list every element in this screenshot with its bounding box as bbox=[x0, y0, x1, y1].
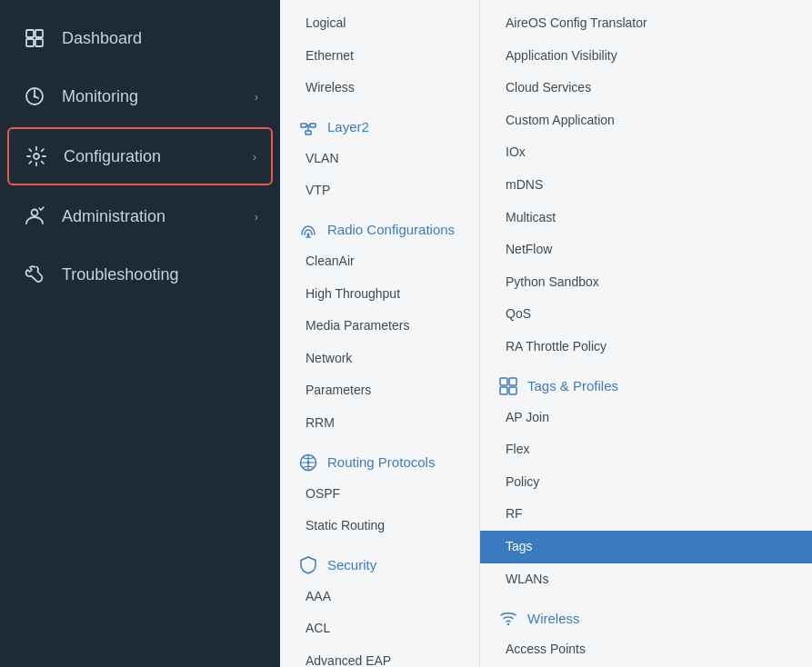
menu-item-wlans[interactable]: WLANs bbox=[480, 563, 812, 596]
layer2-icon bbox=[298, 117, 318, 137]
dashboard-icon bbox=[22, 25, 47, 51]
menu-item-ra-throttle[interactable]: RA Throttle Policy bbox=[480, 331, 812, 363]
configuration-chevron: › bbox=[253, 150, 256, 164]
menu-item-vtp[interactable]: VTP bbox=[280, 174, 479, 207]
svg-rect-1 bbox=[35, 30, 43, 37]
routing-icon bbox=[298, 453, 318, 473]
svg-rect-0 bbox=[26, 30, 34, 37]
menu-item-cloud-services[interactable]: Cloud Services bbox=[480, 72, 812, 105]
sidebar-item-configuration-label: Configuration bbox=[64, 147, 161, 166]
section-header-security: Security bbox=[280, 543, 479, 581]
menu-item-aaa[interactable]: AAA bbox=[280, 581, 479, 613]
administration-icon bbox=[22, 204, 47, 229]
svg-point-5 bbox=[34, 95, 36, 98]
layer2-label: Layer2 bbox=[327, 119, 369, 134]
menu-item-aireos[interactable]: AireOS Config Translator bbox=[480, 7, 812, 40]
menu-item-netflow[interactable]: NetFlow bbox=[480, 234, 812, 266]
sidebar-item-administration[interactable]: Administration › bbox=[0, 187, 280, 245]
menu-item-parameters[interactable]: Parameters bbox=[280, 374, 479, 407]
sidebar: Dashboard Monitoring › Configuration › bbox=[0, 0, 280, 667]
svg-rect-19 bbox=[500, 387, 507, 394]
menu-item-acl[interactable]: ACL bbox=[280, 612, 479, 645]
monitoring-chevron: › bbox=[255, 90, 258, 104]
menu-item-ap-join[interactable]: AP Join bbox=[480, 402, 812, 434]
tags-profiles-icon bbox=[498, 376, 518, 396]
svg-point-6 bbox=[34, 154, 39, 159]
menu-item-cleanair[interactable]: CleanAir bbox=[280, 245, 479, 278]
menu-item-media-parameters[interactable]: Media Parameters bbox=[280, 310, 479, 343]
security-label: Security bbox=[327, 557, 376, 572]
menu-item-network[interactable]: Network bbox=[280, 343, 479, 375]
sidebar-item-monitoring[interactable]: Monitoring › bbox=[0, 67, 280, 125]
security-icon bbox=[298, 555, 318, 575]
menu-item-rrm[interactable]: RRM bbox=[280, 407, 479, 440]
wireless-icon bbox=[498, 608, 518, 628]
wireless-label: Wireless bbox=[527, 611, 580, 626]
menu-item-high-throughput[interactable]: High Throughput bbox=[280, 278, 479, 311]
svg-rect-8 bbox=[301, 124, 306, 127]
radio-icon bbox=[298, 220, 318, 240]
monitoring-icon bbox=[22, 84, 47, 109]
menu-item-multicast[interactable]: Multicast bbox=[480, 202, 812, 234]
svg-point-7 bbox=[32, 210, 38, 216]
routing-label: Routing Protocols bbox=[327, 454, 435, 470]
menu-item-wireless[interactable]: Wireless bbox=[280, 72, 479, 105]
svg-rect-17 bbox=[500, 378, 507, 385]
sidebar-item-troubleshooting[interactable]: Troubleshooting bbox=[0, 245, 280, 304]
menu-item-policy[interactable]: Policy bbox=[480, 466, 812, 499]
menu-item-advanced-eap[interactable]: Advanced EAP bbox=[280, 645, 479, 667]
svg-rect-18 bbox=[509, 378, 516, 385]
menu-item-custom-app[interactable]: Custom Application bbox=[480, 105, 812, 137]
svg-rect-2 bbox=[26, 39, 34, 46]
section-header-wireless: Wireless bbox=[480, 595, 812, 633]
menu-item-ethernet[interactable]: Ethernet bbox=[280, 40, 479, 73]
menu-item-logical[interactable]: Logical bbox=[280, 7, 479, 40]
menu-item-vlan[interactable]: VLAN bbox=[280, 143, 479, 175]
sidebar-item-monitoring-label: Monitoring bbox=[62, 87, 138, 106]
main-content: Logical Ethernet Wireless Layer2 VLAN VT… bbox=[280, 0, 812, 667]
menu-item-flex[interactable]: Flex bbox=[480, 433, 812, 466]
configuration-icon bbox=[24, 144, 49, 169]
administration-chevron: › bbox=[255, 210, 258, 224]
menu-item-mdns[interactable]: mDNS bbox=[480, 169, 812, 202]
sidebar-item-configuration[interactable]: Configuration › bbox=[7, 127, 273, 185]
svg-rect-9 bbox=[310, 124, 316, 127]
menu-item-access-points[interactable]: Access Points bbox=[480, 633, 812, 666]
right-column: AireOS Config Translator Application Vis… bbox=[480, 0, 812, 667]
svg-rect-12 bbox=[306, 131, 311, 134]
menu-item-app-visibility[interactable]: Application Visibility bbox=[480, 40, 812, 73]
menu-item-ospf[interactable]: OSPF bbox=[280, 478, 479, 511]
mid-column: Logical Ethernet Wireless Layer2 VLAN VT… bbox=[280, 0, 480, 667]
section-header-radio: Radio Configurations bbox=[280, 207, 479, 245]
svg-point-21 bbox=[507, 623, 509, 625]
radio-label: Radio Configurations bbox=[327, 222, 455, 237]
troubleshooting-icon bbox=[22, 262, 47, 287]
menu-item-static-routing[interactable]: Static Routing bbox=[280, 510, 479, 543]
menu-item-qos[interactable]: QoS bbox=[480, 298, 812, 331]
menu-item-python-sandbox[interactable]: Python Sandbox bbox=[480, 266, 812, 299]
section-header-tags-profiles: Tags & Profiles bbox=[480, 363, 812, 402]
sidebar-item-troubleshooting-label: Troubleshooting bbox=[62, 265, 178, 284]
menu-item-tags[interactable]: Tags bbox=[480, 531, 812, 563]
section-header-routing: Routing Protocols bbox=[280, 440, 479, 478]
sidebar-item-administration-label: Administration bbox=[62, 207, 165, 226]
section-header-layer2: Layer2 bbox=[280, 105, 479, 143]
menu-item-rf[interactable]: RF bbox=[480, 498, 812, 531]
sidebar-item-dashboard-label: Dashboard bbox=[62, 29, 142, 48]
tags-profiles-label: Tags & Profiles bbox=[527, 378, 618, 393]
svg-rect-20 bbox=[509, 387, 516, 394]
sidebar-item-dashboard[interactable]: Dashboard bbox=[0, 9, 280, 67]
menu-item-iox[interactable]: IOx bbox=[480, 136, 812, 169]
svg-rect-3 bbox=[35, 39, 43, 46]
